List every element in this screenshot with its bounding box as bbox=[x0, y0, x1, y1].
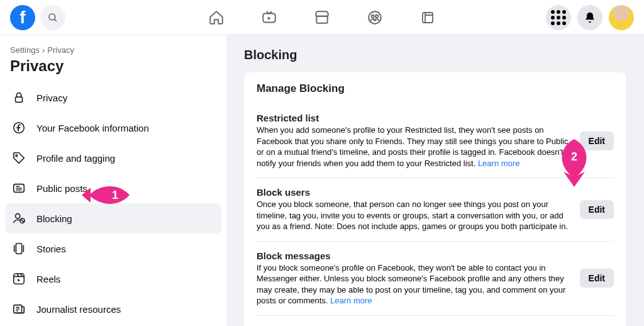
learn-more-link[interactable]: Learn more bbox=[478, 159, 519, 168]
sidebar-item-label: Journalist resources bbox=[36, 304, 121, 315]
facebook-circle-icon bbox=[10, 119, 28, 137]
section-block-messages: Block messages If you block someone's pr… bbox=[257, 242, 614, 316]
profile-avatar[interactable] bbox=[609, 5, 634, 30]
settings-sidebar: Settings›Privacy Privacy Privacy Your Fa… bbox=[0, 35, 226, 326]
breadcrumb-leaf[interactable]: Privacy bbox=[47, 45, 74, 55]
top-nav: f bbox=[0, 0, 644, 35]
svg-point-5 bbox=[375, 14, 378, 17]
news-icon bbox=[420, 10, 435, 25]
page-title: Blocking bbox=[244, 48, 626, 62]
breadcrumb-sep: › bbox=[42, 45, 45, 55]
section-restricted-list: Restricted list When you add someone's p… bbox=[257, 104, 614, 178]
sidebar-item-label: Public posts bbox=[36, 183, 87, 194]
svg-point-3 bbox=[369, 11, 381, 24]
search-icon bbox=[47, 12, 58, 23]
menu-button[interactable] bbox=[546, 5, 571, 30]
svg-rect-7 bbox=[16, 97, 23, 102]
top-nav-left: f bbox=[10, 5, 65, 30]
sidebar-item-label: Privacy bbox=[36, 93, 67, 103]
main-content: Blocking Manage Blocking Restricted list… bbox=[226, 35, 644, 326]
groups-icon bbox=[367, 9, 383, 26]
svg-rect-13 bbox=[16, 244, 21, 254]
tag-icon bbox=[10, 149, 28, 167]
bell-icon bbox=[584, 11, 596, 24]
section-block-users: Block users Once you block someone, that… bbox=[257, 178, 614, 242]
breadcrumb-root[interactable]: Settings bbox=[10, 45, 40, 55]
newspaper-icon bbox=[10, 179, 28, 197]
sidebar-item-label: Stories bbox=[36, 244, 66, 254]
search-button[interactable] bbox=[40, 5, 65, 30]
sidebar-item-label: Your Facebook information bbox=[36, 123, 149, 133]
svg-point-9 bbox=[16, 155, 18, 157]
sidebar-item-profile-tagging[interactable]: Profile and tagging bbox=[5, 143, 221, 173]
sidebar-item-reels[interactable]: Reels bbox=[5, 264, 221, 294]
edit-button-messages[interactable]: Edit bbox=[580, 269, 614, 288]
sidebar-item-blocking[interactable]: Blocking bbox=[5, 203, 221, 233]
breadcrumb: Settings›Privacy bbox=[5, 45, 221, 57]
menu-grid-icon bbox=[551, 10, 566, 25]
sidebar-item-journalist[interactable]: Journalist resources bbox=[5, 294, 221, 324]
sidebar-item-your-info[interactable]: Your Facebook information bbox=[5, 113, 221, 143]
sidebar-item-label: Profile and tagging bbox=[36, 153, 115, 164]
svg-point-4 bbox=[372, 14, 374, 17]
sidebar-item-label: Reels bbox=[36, 274, 60, 284]
nav-home[interactable] bbox=[208, 9, 225, 26]
sidebar-item-label: Blocking bbox=[36, 213, 72, 224]
notifications-button[interactable] bbox=[577, 5, 602, 30]
journalist-icon bbox=[10, 300, 28, 318]
marketplace-icon bbox=[314, 9, 330, 26]
watch-icon bbox=[261, 9, 277, 26]
section-block-app-invites: Block app invites Once you block app inv… bbox=[257, 316, 614, 326]
sidebar-item-stories[interactable]: Stories bbox=[5, 233, 221, 264]
stories-icon bbox=[10, 240, 28, 257]
block-user-icon bbox=[10, 210, 28, 227]
sidebar-title: Privacy bbox=[5, 57, 221, 82]
nav-watch[interactable] bbox=[260, 9, 278, 26]
svg-line-1 bbox=[54, 19, 57, 21]
card-title: Manage Blocking bbox=[257, 82, 614, 95]
edit-button-users[interactable]: Edit bbox=[580, 200, 614, 219]
nav-news[interactable] bbox=[419, 9, 436, 26]
reels-icon bbox=[10, 270, 28, 288]
section-title: Restricted list bbox=[257, 113, 570, 123]
nav-groups[interactable] bbox=[366, 9, 384, 26]
sidebar-item-public-posts[interactable]: Public posts bbox=[5, 173, 221, 203]
nav-marketplace[interactable] bbox=[313, 9, 331, 26]
blocking-card: Manage Blocking Restricted list When you… bbox=[244, 72, 626, 326]
section-desc: If you block someone's profile on Facebo… bbox=[257, 262, 570, 306]
svg-rect-14 bbox=[14, 274, 25, 284]
facebook-logo[interactable]: f bbox=[10, 5, 35, 30]
svg-point-11 bbox=[16, 214, 20, 218]
top-nav-right bbox=[546, 5, 634, 30]
section-desc: When you add someone's profile to your R… bbox=[257, 125, 570, 169]
svg-point-0 bbox=[49, 14, 55, 20]
section-title: Block messages bbox=[257, 250, 570, 261]
section-desc: Once you block someone, that person can … bbox=[257, 199, 570, 232]
top-nav-center bbox=[208, 9, 436, 26]
edit-button-restricted[interactable]: Edit bbox=[580, 132, 614, 150]
lock-icon bbox=[10, 89, 28, 106]
home-icon bbox=[208, 9, 225, 26]
sidebar-item-privacy[interactable]: Privacy bbox=[5, 82, 221, 113]
learn-more-link[interactable]: Learn more bbox=[330, 296, 372, 305]
svg-rect-6 bbox=[423, 13, 433, 23]
section-title: Block users bbox=[257, 187, 570, 198]
